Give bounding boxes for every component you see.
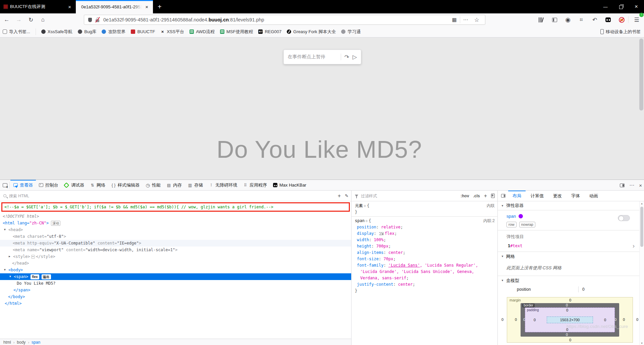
inline-expander[interactable]: ⋯ xyxy=(31,255,35,259)
tree-row-style[interactable]: ▶<style>⋯</style> xyxy=(0,253,351,260)
tree-row-meta-viewport[interactable]: <meta name="viewport" content="width=dev… xyxy=(0,247,351,253)
breadcrumb-span[interactable]: span xyxy=(32,340,40,345)
padding-top-value[interactable]: 0 xyxy=(564,308,571,312)
noscript-icon[interactable] xyxy=(616,15,627,25)
scroll-up-icon[interactable]: ▴ xyxy=(640,202,644,205)
filter-styles-input[interactable] xyxy=(361,194,459,198)
forward-icon[interactable]: → xyxy=(13,15,24,25)
padding-right-value[interactable]: 0 xyxy=(602,318,608,322)
flex-item-row[interactable]: 1#text › xyxy=(498,240,639,252)
breadcrumb-html[interactable]: html xyxy=(3,340,11,345)
rule-location[interactable]: 内联 xyxy=(487,203,495,209)
dock-side-icon[interactable] xyxy=(620,184,625,187)
margin-left-value[interactable]: 0 xyxy=(513,318,519,322)
scroll-down-icon[interactable]: ▾ xyxy=(640,342,644,345)
toggle-hover-button[interactable]: :hov xyxy=(461,194,469,198)
sidebar-icon[interactable] xyxy=(549,15,560,25)
collapse-icon[interactable]: ▼ xyxy=(501,279,504,282)
undo-icon[interactable]: ↶ xyxy=(589,15,600,25)
padding-left-value[interactable]: 0 xyxy=(531,318,538,322)
bookmark-item[interactable]: 攻防世界 xyxy=(102,29,125,35)
page-scrollbar-thumb[interactable] xyxy=(639,39,643,111)
search-html-input[interactable] xyxy=(9,194,336,198)
collapse-icon[interactable]: ▼ xyxy=(4,226,8,233)
tree-row-span-close[interactable]: </span> xyxy=(0,287,351,293)
scrollbar-thumb[interactable] xyxy=(640,207,643,247)
devtools-menu-icon[interactable]: ⋯ xyxy=(629,182,634,188)
bookmark-item[interactable]: ×XSS平台 xyxy=(160,29,184,35)
minimize-button[interactable]: — xyxy=(598,4,613,9)
close-window-button[interactable]: × xyxy=(629,3,644,10)
screenshot-crop-icon[interactable]: ⌗ xyxy=(576,15,587,25)
border-bottom-value[interactable]: 0 xyxy=(564,333,570,337)
box-model-diagram[interactable]: margin 0 0 0 0 0 0 border 0 0 0 0 paddin… xyxy=(507,297,633,343)
tab-fonts[interactable]: 字体 xyxy=(567,191,584,201)
tree-row-meta-charset[interactable]: <meta charset="utf-8"> xyxy=(0,233,351,240)
tree-row-html-close[interactable]: </html> xyxy=(0,300,351,307)
tab-application[interactable]: ⠿应用程序 xyxy=(240,180,270,190)
gear-icon[interactable]: ⚙ xyxy=(363,204,367,208)
border-top-value[interactable]: 0 xyxy=(564,303,570,307)
tab-animations[interactable]: 动画 xyxy=(585,191,602,201)
css-prop-justify-content[interactable]: justify-content: center; xyxy=(357,281,489,288)
css-prop-font-size[interactable]: font-size: 70px; xyxy=(357,256,489,262)
step-over-icon[interactable]: ↷ xyxy=(344,54,349,61)
annotated-comment-box[interactable]: <!--$a = $GET['a']; $b = $_GET['b']; if(… xyxy=(1,202,350,212)
tab-storage[interactable]: ▥存储 xyxy=(185,180,206,190)
tab-memory[interactable]: ▤内存 xyxy=(164,180,185,190)
bookmark-item[interactable]: R7REG007 xyxy=(258,29,281,34)
tree-row-html[interactable]: <html lang="zh-CN">滚动 xyxy=(0,220,351,226)
expand-icon[interactable]: ▶ xyxy=(9,253,13,260)
tree-row-head-close[interactable]: </head> xyxy=(0,260,351,267)
new-tab-button[interactable]: + xyxy=(153,0,166,13)
tab-accessibility[interactable]: ⊺无障碍环境 xyxy=(206,180,240,190)
tab-performance[interactable]: ◷性能 xyxy=(143,180,164,190)
expand-sidebar-icon[interactable] xyxy=(501,194,505,198)
tab-console[interactable]: 控制台 xyxy=(36,180,61,190)
reload-icon[interactable]: ↻ xyxy=(25,15,36,25)
url-bar[interactable]: 0e1a532f-9095-4581-a0f1-2951460588af.nod… xyxy=(84,15,485,25)
layout-scrollbar[interactable]: ▴ ▾ xyxy=(639,201,644,345)
position-value[interactable]: 0 xyxy=(582,287,585,292)
pick-element-icon[interactable] xyxy=(3,183,7,187)
margin-right-value[interactable]: 0 xyxy=(621,318,627,322)
flex-overlay-toggle[interactable] xyxy=(618,215,630,221)
rule-span[interactable]: span⚙{内联:2 xyxy=(352,218,497,224)
tab-changes[interactable]: 更改 xyxy=(549,191,566,201)
add-node-icon[interactable]: + xyxy=(338,193,341,199)
print-media-icon[interactable] xyxy=(491,194,495,198)
home-icon[interactable]: ⌂ xyxy=(38,15,48,25)
tab-close-icon[interactable]: × xyxy=(67,4,72,10)
url-text[interactable]: 0e1a532f-9095-4581-a0f1-2951460588af.nod… xyxy=(103,17,449,22)
tab-computed[interactable]: 计算值 xyxy=(526,191,548,201)
bookmark-star-icon[interactable]: ☆ xyxy=(471,16,482,23)
flex-highlighter-icon[interactable] xyxy=(379,232,383,235)
gear-icon[interactable]: ⚙ xyxy=(365,219,369,223)
account-icon[interactable]: ◉ xyxy=(562,15,573,25)
page-actions-icon[interactable]: ⋯ xyxy=(460,17,471,23)
bookmark-item[interactable]: 学习通 xyxy=(341,29,361,35)
tree-row-head[interactable]: ▼<head> xyxy=(0,226,351,233)
collapse-icon[interactable]: ▼ xyxy=(4,267,8,273)
margin-bottom-value[interactable]: 0 xyxy=(567,338,574,342)
bookmark-item[interactable]: BUUCTF xyxy=(131,29,155,34)
tab-debugger[interactable]: 调试器 xyxy=(61,180,87,190)
eyedropper-icon[interactable]: ✎ xyxy=(345,193,348,198)
toggle-class-button[interactable]: .cls xyxy=(473,194,480,198)
position-left-value[interactable]: 0 xyxy=(500,318,505,322)
css-prop-align-items[interactable]: align-items: center; xyxy=(357,250,489,256)
tracking-protection-shield-icon[interactable] xyxy=(88,18,92,22)
css-prop-position[interactable]: position: relative; xyxy=(357,224,489,230)
tab-hackbar[interactable]: Max HacKBar xyxy=(270,180,309,190)
tab-network[interactable]: ⇅网络 xyxy=(87,180,108,190)
position-right-value[interactable]: 0 xyxy=(635,318,639,322)
tab-challenge[interactable]: 0e1a532f-9095-4581-a0f1-29514 × xyxy=(76,0,153,13)
tab-layout[interactable]: 布局 xyxy=(508,191,526,201)
resume-icon[interactable]: ▷ xyxy=(353,54,357,61)
tab-style-editor[interactable]: { }样式编辑器 xyxy=(108,180,143,190)
tree-row-span-selected[interactable]: ▼<span>flex溢出 xyxy=(0,273,351,280)
tab-inspector[interactable]: 查看器 xyxy=(10,180,36,190)
bookmark-item[interactable]: Greasy Fork 脚本大全 xyxy=(287,29,336,35)
tree-row-body-close[interactable]: </body> xyxy=(0,293,351,300)
css-prop-height[interactable]: height: 700px; xyxy=(357,243,489,250)
